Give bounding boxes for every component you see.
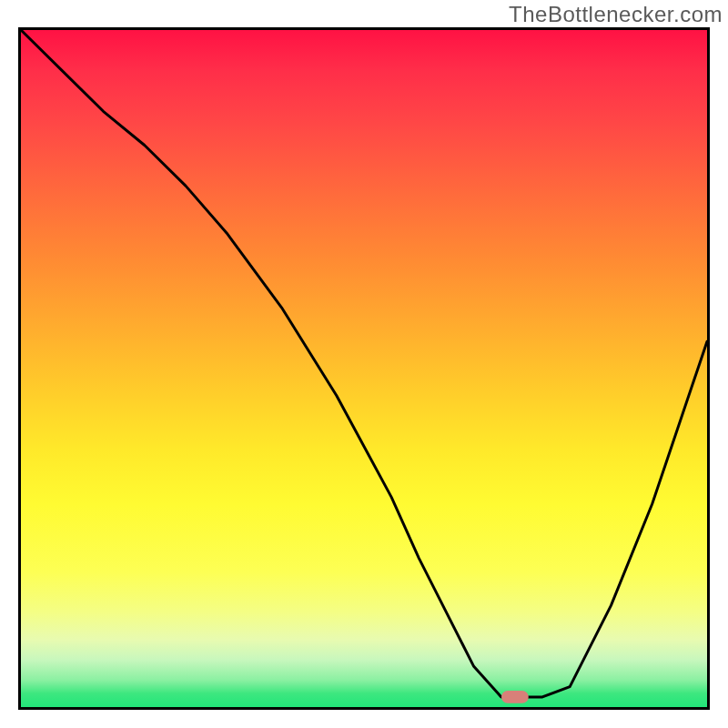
optimum-marker <box>501 691 529 703</box>
bottleneck-curve-path <box>21 30 707 697</box>
watermark-text: TheBottlenecker.com <box>509 2 723 27</box>
line-chart-svg <box>21 30 707 707</box>
chart-figure: TheBottlenecker.com <box>0 0 728 728</box>
plot-area <box>18 27 710 710</box>
